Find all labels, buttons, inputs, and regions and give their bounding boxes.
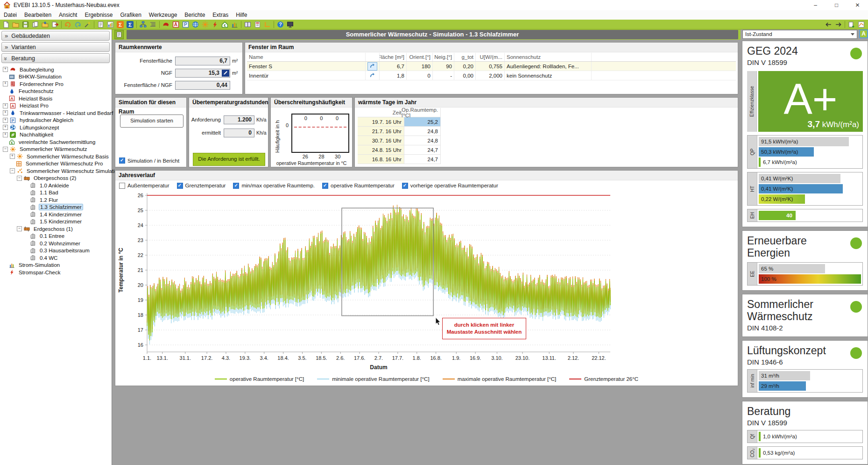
tree-item[interactable]: Feuchteschutz xyxy=(0,88,112,95)
tree-item[interactable]: −Sommerlicher Wärmeschutz Simulation xyxy=(0,167,112,175)
variant-select[interactable]: Ist-Zustand xyxy=(742,30,857,39)
jahresverlauf-chart[interactable]: 16171819202122232425261.1.13.1.31.1.17.2… xyxy=(115,191,738,386)
simulation-bericht-checkbox[interactable] xyxy=(119,157,125,164)
toolbar-dokument-icon[interactable] xyxy=(253,20,262,29)
fenster-table-row[interactable]: Fenster S6,7180900,200,755Außenliegend: … xyxy=(247,62,736,71)
toolbar-bilanz-orange-icon[interactable]: Σ xyxy=(116,20,125,29)
tree-item[interactable]: −Erdgeschoss (1) xyxy=(0,225,112,233)
expand-icon[interactable]: + xyxy=(3,103,8,108)
toolbar-diagramm-icon[interactable] xyxy=(230,20,239,29)
toolbar-gebaeudewerte-icon[interactable] xyxy=(106,20,115,29)
tree-item[interactable]: 0.2 Wohnzimmer xyxy=(0,240,112,247)
toolbar-hilfe-icon[interactable]: ? xyxy=(276,20,285,29)
tree-item[interactable]: +AHeizlast Pro xyxy=(0,102,112,110)
tree-item[interactable]: +Förderrechner Pro xyxy=(0,80,112,88)
waermste-table-row[interactable]: 24.8. 15 Uhr24,7 xyxy=(358,145,441,155)
tree-item[interactable]: 0.4 WC xyxy=(0,254,112,262)
tree-item[interactable]: +Trinkwarmwasser - Heizlast und Bedarf xyxy=(0,109,112,117)
toolbar-assistent-icon[interactable] xyxy=(83,20,92,29)
collapse-icon[interactable]: − xyxy=(10,168,15,173)
efficiency-class-button[interactable]: A xyxy=(859,29,868,38)
edit-pencil-button[interactable] xyxy=(222,70,229,77)
curved-arrow-icon[interactable] xyxy=(368,72,377,79)
toolbar-open-file-icon[interactable] xyxy=(11,20,20,29)
tree-item[interactable]: Stromspar-Check xyxy=(0,269,112,276)
series-toggle-checkbox[interactable] xyxy=(233,183,239,189)
tree-item[interactable]: −Sommerlicher Wärmeschutz xyxy=(0,146,112,153)
tree-item[interactable]: €vereinfachte Sachwertermittlung xyxy=(0,138,112,146)
tree-item[interactable]: 0.1 Entree xyxy=(0,233,112,240)
menu-datei[interactable]: Datei xyxy=(0,10,21,20)
tree-item[interactable]: 1.5 Kinderzimmer xyxy=(0,218,112,226)
expand-icon[interactable]: + xyxy=(3,81,8,86)
tree-item[interactable]: +Baubegleitung xyxy=(0,66,112,73)
toolbar-liste-icon[interactable] xyxy=(148,20,157,29)
menu-grafiken[interactable]: Grafiken xyxy=(116,10,145,20)
expand-icon[interactable]: + xyxy=(3,67,8,72)
collapse-icon[interactable]: − xyxy=(17,176,22,181)
sidebar-section-beratung[interactable]: »Beratung xyxy=(1,53,110,63)
menu-werkzeuge[interactable]: Werkzeuge xyxy=(145,10,181,20)
tree-item[interactable]: +Sommerlicher Wärmeschutz Basis xyxy=(0,153,112,160)
toolbar-zurueck-icon[interactable] xyxy=(824,20,833,29)
menu-ansicht[interactable]: Ansicht xyxy=(55,10,81,20)
expand-icon[interactable]: + xyxy=(3,110,8,115)
toolbar-sachwert-icon[interactable]: € xyxy=(220,20,229,29)
toolbar-bericht-icon[interactable] xyxy=(96,20,105,29)
toolbar-hydraulischer-abgleich-icon[interactable]: P xyxy=(181,20,190,29)
curved-arrow-icon[interactable] xyxy=(367,62,377,71)
series-toggle-checkbox[interactable] xyxy=(177,183,183,189)
tree-item[interactable]: AHeizlast Basis xyxy=(0,95,112,102)
expand-icon[interactable]: + xyxy=(3,132,8,137)
series-toggle-checkbox[interactable] xyxy=(402,183,408,189)
toolbar-redo-icon[interactable] xyxy=(73,20,82,29)
tree-item[interactable]: Strom-Simulation xyxy=(0,262,112,269)
tree-item[interactable]: 1.3 Schlafzimmer xyxy=(0,204,112,211)
toolbar-strom-icon[interactable] xyxy=(211,20,219,29)
tree-item[interactable]: 1.2 Flur xyxy=(0,196,112,204)
menu-berichte[interactable]: Berichte xyxy=(181,10,209,20)
tree-item[interactable]: 1.4 Kinderzimmer xyxy=(0,211,112,218)
simulation-starten-button[interactable]: Simulation starten xyxy=(120,114,183,128)
waermste-table-row[interactable]: 21.7. 16 Uhr24,8 xyxy=(358,127,441,136)
tree-item[interactable]: 0.3 Hausarbeitsraum xyxy=(0,247,112,255)
tree-item[interactable]: BHKW-Simulation xyxy=(0,73,112,81)
maximize-button[interactable]: □ xyxy=(826,0,847,10)
toolbar-undo-icon[interactable] xyxy=(64,20,72,29)
tree-item[interactable]: +Nachhaltigkeit xyxy=(0,131,112,139)
series-toggle-checkbox[interactable] xyxy=(119,183,125,189)
toolbar-copy-icon[interactable] xyxy=(31,20,40,29)
toolbar-profil-icon[interactable] xyxy=(857,20,866,29)
fenster-table-row[interactable]: Innentür1,80-0,002,000kein Sonnenschutz xyxy=(247,71,736,80)
menu-hilfe[interactable]: Hilfe xyxy=(232,10,251,20)
toolbar-baubegleitung-icon[interactable] xyxy=(162,20,170,29)
sidebar-section-gebäudedaten[interactable]: »Gebäudedaten xyxy=(1,31,110,41)
waermste-table-row[interactable]: 30.7. 16 Uhr24,8 xyxy=(358,136,441,145)
menu-extras[interactable]: Extras xyxy=(209,10,232,20)
toolbar-new-file-icon[interactable] xyxy=(1,20,10,29)
close-button[interactable]: ✕ xyxy=(847,0,868,10)
toolbar-bilanz-blau-icon[interactable]: Σ xyxy=(126,20,134,29)
menu-bearbeiten[interactable]: Bearbeiten xyxy=(21,10,55,20)
tree-item[interactable]: −Obergeschoss (2) xyxy=(0,175,112,182)
toolbar-klima-icon[interactable] xyxy=(191,20,200,29)
toolbar-sommerlicher-waermeschutz-icon[interactable] xyxy=(201,20,210,29)
tree-item[interactable]: Sommerlicher Wärmeschutz Pro xyxy=(0,160,112,168)
minimize-button[interactable]: – xyxy=(805,0,826,10)
toolbar-berichte-icon[interactable] xyxy=(243,20,252,29)
expand-icon[interactable]: + xyxy=(3,125,8,130)
toolbar-vorwaerts-icon[interactable] xyxy=(834,20,843,29)
waermste-table-row[interactable]: 19.7. 16 Uhr25,2 xyxy=(358,117,441,127)
sidebar-section-varianten[interactable]: »Varianten xyxy=(1,42,110,52)
toolbar-variante-importieren-icon[interactable] xyxy=(847,20,856,29)
toolbar-struktur-icon[interactable] xyxy=(139,20,148,29)
series-toggle-checkbox[interactable] xyxy=(322,183,328,189)
toolbar-monitor-icon[interactable] xyxy=(286,20,295,29)
report-edit-icon[interactable] xyxy=(114,30,124,39)
tree-item[interactable]: 1.0 Ankleide xyxy=(0,182,112,189)
toolbar-heizlast-icon[interactable]: A xyxy=(171,20,180,29)
toolbar-import-icon[interactable] xyxy=(41,20,49,29)
collapse-icon[interactable]: − xyxy=(3,147,8,152)
collapse-icon[interactable]: − xyxy=(17,226,22,231)
expand-icon[interactable]: + xyxy=(10,154,15,159)
